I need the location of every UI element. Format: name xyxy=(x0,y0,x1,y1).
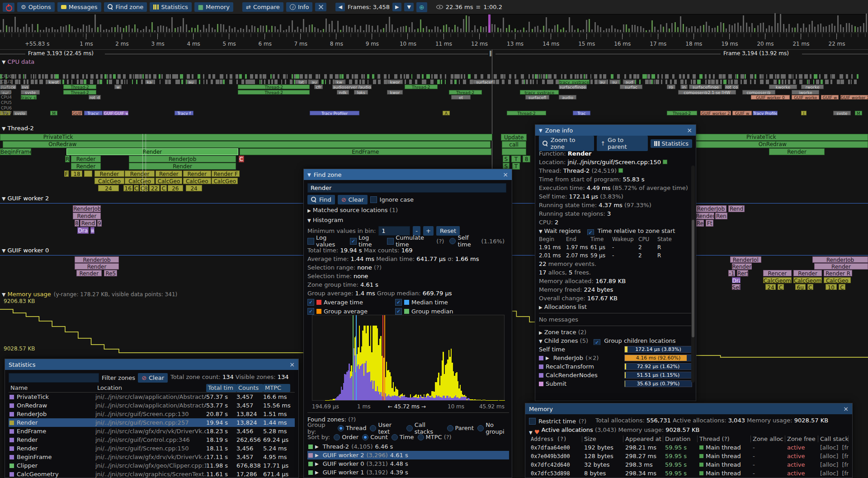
cpu-zone[interactable]: M xyxy=(855,111,862,115)
cpu-micro-zone[interactable] xyxy=(530,80,532,84)
radio[interactable] xyxy=(370,425,376,431)
cpu-micro-zone[interactable] xyxy=(121,80,123,84)
cpu-micro-zone[interactable] xyxy=(788,74,792,79)
timeline-zone[interactable]: C xyxy=(807,284,813,290)
radio[interactable] xyxy=(406,425,413,431)
cpu-micro-zone[interactable] xyxy=(629,74,632,79)
statistics-titlebar[interactable]: Statistics × xyxy=(5,359,298,370)
cpu-micro-zone[interactable] xyxy=(808,80,810,84)
timeline-zone[interactable]: Sel xyxy=(732,284,741,290)
cpu-micro-zone[interactable] xyxy=(55,74,59,79)
cpu-micro-zone[interactable] xyxy=(142,74,144,79)
timeline-zone[interactable]: Render xyxy=(71,163,100,170)
group-children-checkbox[interactable]: ✓ xyxy=(594,339,600,345)
cpu-zone[interactable]: ka xyxy=(145,80,154,84)
cpu-micro-zone[interactable] xyxy=(799,74,802,79)
memory-row[interactable]: 0x7dfc53d8988 bytes298.34 ms59.95 sMain … xyxy=(529,469,849,478)
cpu-micro-zone[interactable] xyxy=(261,80,262,84)
cpu-micro-zone[interactable] xyxy=(551,80,553,84)
timeline-zone[interactable]: 18 xyxy=(71,170,82,177)
cpu-zone[interactable]: kwor xyxy=(387,90,403,95)
cpu-zone[interactable]: tracy_systrace xyxy=(520,90,559,95)
cpu-micro-zone[interactable] xyxy=(268,80,270,84)
checkbox[interactable] xyxy=(307,238,314,245)
cpu-zone[interactable]: su xyxy=(609,80,620,84)
cpu-micro-zone[interactable] xyxy=(594,80,597,84)
worker0-header[interactable]: ▼GUIF worker 0 xyxy=(2,247,49,254)
cpu-micro-zone[interactable] xyxy=(463,80,466,84)
timeline-zone[interactable]: Render xyxy=(732,263,752,270)
memory-column-7[interactable]: Call stack xyxy=(818,435,849,442)
timeline-zone[interactable]: 10 xyxy=(826,284,837,290)
cpu-micro-zone[interactable] xyxy=(788,80,790,84)
radio[interactable] xyxy=(362,434,368,440)
cpu-micro-zone[interactable] xyxy=(90,80,93,84)
cpu-micro-zone[interactable] xyxy=(178,80,179,84)
cpu-micro-zone[interactable] xyxy=(203,74,204,79)
cpu-micro-zone[interactable] xyxy=(66,74,68,79)
column-total-time[interactable]: Total tim xyxy=(206,384,236,392)
timeline-zone[interactable]: CalcGeomet xyxy=(793,277,822,284)
cpu-micro-zone[interactable] xyxy=(542,80,545,84)
cpu-micro-zone[interactable] xyxy=(31,74,32,79)
find-zone-search-input[interactable] xyxy=(307,183,506,193)
cpu-micro-zone[interactable] xyxy=(175,80,178,84)
cpu-micro-zone[interactable] xyxy=(651,74,655,79)
cpu-micro-zone[interactable] xyxy=(504,74,505,79)
cpu-micro-zone[interactable] xyxy=(363,74,365,79)
cpu-micro-zone[interactable] xyxy=(62,80,64,84)
cpu-zone[interactable]: Thread-2 xyxy=(405,85,438,89)
cpu-micro-zone[interactable] xyxy=(367,74,369,79)
cpu-micro-zone[interactable] xyxy=(27,80,29,84)
cpu-zone[interactable]: kwgt xyxy=(47,80,61,84)
cpu-zone[interactable]: A xyxy=(443,111,449,115)
cpu-micro-zone[interactable] xyxy=(290,80,292,84)
cpu-micro-zone[interactable] xyxy=(778,80,780,84)
radio[interactable] xyxy=(447,425,453,431)
radio[interactable] xyxy=(418,434,424,440)
timeline-zone[interactable] xyxy=(84,170,92,177)
cpu-micro-zone[interactable] xyxy=(537,74,538,79)
cpu-micro-zone[interactable] xyxy=(500,74,504,79)
timeline-zone[interactable]: Dra xyxy=(77,227,89,234)
cpu-micro-zone[interactable] xyxy=(741,80,742,84)
cpu-micro-zone[interactable] xyxy=(502,80,505,84)
timeline-zone[interactable]: 8 xyxy=(75,220,79,227)
timeline-zone[interactable]: CalcGeome xyxy=(763,277,792,284)
cpu-micro-zone[interactable] xyxy=(508,80,511,84)
cpu-micro-zone[interactable] xyxy=(296,74,299,79)
cpu-micro-zone[interactable] xyxy=(355,80,358,84)
cpu-micro-zone[interactable] xyxy=(230,74,232,79)
cpu-micro-zone[interactable] xyxy=(168,80,171,84)
cpu-micro-zone[interactable] xyxy=(133,74,134,79)
cpu-micro-zone[interactable] xyxy=(19,80,21,84)
cpu-zone[interactable]: Tracy: xyxy=(84,111,102,115)
series-toggle-group-average[interactable]: ✓Group average xyxy=(307,308,393,315)
cpu-micro-zone[interactable] xyxy=(341,74,344,79)
series-toggle-average-time[interactable]: ✓Average time xyxy=(307,299,393,306)
cpu-micro-zone[interactable] xyxy=(206,80,208,84)
cpu-micro-zone[interactable] xyxy=(226,74,228,79)
cpu-zone[interactable]: w xyxy=(114,85,121,89)
column-location[interactable]: Location xyxy=(95,384,206,391)
child-zone-row[interactable]: Self time172.14 µs (3.83%) xyxy=(539,345,692,354)
cpu-micro-zone[interactable] xyxy=(570,74,572,79)
cpu-micro-zone[interactable] xyxy=(109,80,112,84)
ignore-case-checkbox[interactable] xyxy=(370,196,377,203)
cpu-micro-zone[interactable] xyxy=(691,80,692,84)
cpu-micro-zone[interactable] xyxy=(736,74,738,79)
cpu-micro-zone[interactable] xyxy=(80,80,83,84)
cpu-zone[interactable]: Thread-2 xyxy=(63,90,96,95)
timeline-zone[interactable]: Render xyxy=(183,170,211,177)
sort-by-count[interactable]: Count xyxy=(362,434,388,440)
cpu-micro-zone[interactable] xyxy=(24,80,25,84)
find-zone-titlebar[interactable]: ▼Find zone × xyxy=(304,169,512,180)
cpu-micro-zone[interactable] xyxy=(674,80,677,84)
next-frame-button[interactable]: ▶ xyxy=(392,3,401,11)
cpu-micro-zone[interactable] xyxy=(481,74,483,79)
cpu-micro-zone[interactable] xyxy=(461,74,462,79)
cpu-micro-zone[interactable] xyxy=(166,74,169,79)
cpu-micro-zone[interactable] xyxy=(584,74,585,79)
timeline-zone[interactable]: T xyxy=(511,156,521,162)
cpu-zone[interactable]: rworke xyxy=(801,85,824,89)
